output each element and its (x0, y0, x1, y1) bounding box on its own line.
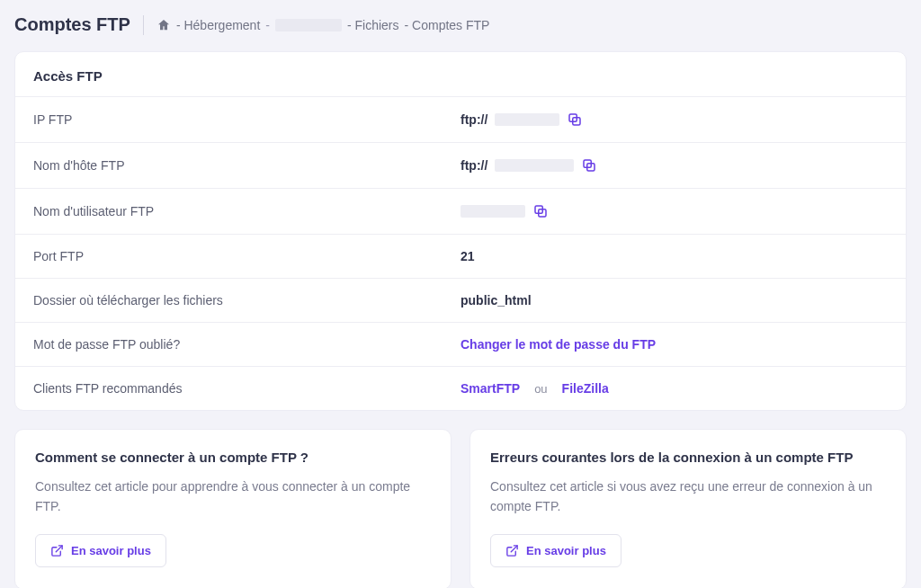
label-ftp-host: Nom d'hôte FTP (33, 158, 460, 173)
row-ftp-host: Nom d'hôte FTP ftp:// (15, 142, 906, 188)
ftp-access-card: Accès FTP IP FTP ftp:// Nom d'hôte FTP f… (14, 51, 907, 411)
label-ftp-port: Port FTP (33, 249, 460, 263)
value-ftp-host-prefix: ftp:// (460, 158, 487, 173)
page-header: Comptes FTP - Hébergement - - Fichiers -… (14, 14, 907, 35)
row-ftp-folder: Dossier où télécharger les fichiers publ… (15, 278, 906, 322)
row-ftp-user: Nom d'utilisateur FTP (15, 188, 906, 234)
home-icon[interactable] (156, 18, 171, 32)
filezilla-link[interactable]: FileZilla (562, 381, 609, 396)
label-ftp-clients: Clients FTP recommandés (33, 381, 460, 396)
svg-line-7 (511, 546, 517, 552)
learn-more-connect-label: En savoir plus (71, 544, 151, 557)
external-link-icon (50, 544, 64, 557)
copy-icon[interactable] (581, 157, 597, 174)
copy-icon[interactable] (532, 203, 549, 219)
row-ftp-forgot: Mot de passe FTP oublié? Changer le mot … (15, 322, 906, 366)
value-ftp-user-redacted (460, 205, 525, 218)
row-ftp-clients: Clients FTP recommandés SmartFTP ou File… (15, 366, 906, 410)
svg-line-6 (56, 546, 62, 552)
card-title-access: Accès FTP (15, 52, 906, 96)
value-ftp-ip-redacted (495, 113, 559, 126)
help-text-connect: Consultez cet article pour apprendre à v… (35, 477, 431, 516)
help-text-errors: Consultez cet article si vous avez reçu … (490, 477, 886, 516)
label-ftp-folder: Dossier où télécharger les fichiers (33, 293, 460, 307)
change-password-link[interactable]: Changer le mot de passe du FTP (460, 337, 656, 352)
vertical-divider (143, 15, 144, 35)
learn-more-errors-button[interactable]: En savoir plus (490, 534, 621, 567)
help-card-connect: Comment se connecter à un compte FTP ? C… (14, 429, 452, 588)
smartftp-link[interactable]: SmartFTP (460, 381, 520, 396)
page-title: Comptes FTP (14, 14, 130, 35)
label-ftp-forgot: Mot de passe FTP oublié? (33, 337, 460, 352)
help-card-errors: Erreurs courantes lors de la connexion à… (469, 429, 907, 588)
breadcrumb-hosting[interactable]: - Hébergement (176, 18, 260, 32)
learn-more-errors-label: En savoir plus (526, 544, 606, 557)
label-ftp-ip: IP FTP (33, 112, 460, 127)
value-ftp-port: 21 (460, 249, 475, 263)
value-ftp-ip-prefix: ftp:// (460, 112, 487, 127)
external-link-icon (505, 544, 519, 557)
value-ftp-folder: public_html (460, 293, 532, 307)
value-ftp-host-redacted (495, 159, 574, 172)
breadcrumb-domain-redacted[interactable] (275, 19, 342, 31)
label-ftp-user: Nom d'utilisateur FTP (33, 204, 460, 218)
row-ftp-port: Port FTP 21 (15, 234, 906, 278)
row-ftp-ip: IP FTP ftp:// (15, 96, 906, 142)
breadcrumb-sep: - (265, 18, 270, 32)
breadcrumb-current: - Comptes FTP (405, 18, 490, 32)
copy-icon[interactable] (567, 111, 583, 128)
help-title-errors: Erreurs courantes lors de la connexion à… (490, 450, 886, 465)
clients-separator: ou (534, 382, 547, 396)
learn-more-connect-button[interactable]: En savoir plus (35, 534, 166, 567)
breadcrumb: - Hébergement - - Fichiers - Comptes FTP (156, 18, 490, 32)
help-title-connect: Comment se connecter à un compte FTP ? (35, 450, 431, 465)
help-grid: Comment se connecter à un compte FTP ? C… (14, 429, 907, 588)
breadcrumb-files[interactable]: - Fichiers (347, 18, 399, 32)
